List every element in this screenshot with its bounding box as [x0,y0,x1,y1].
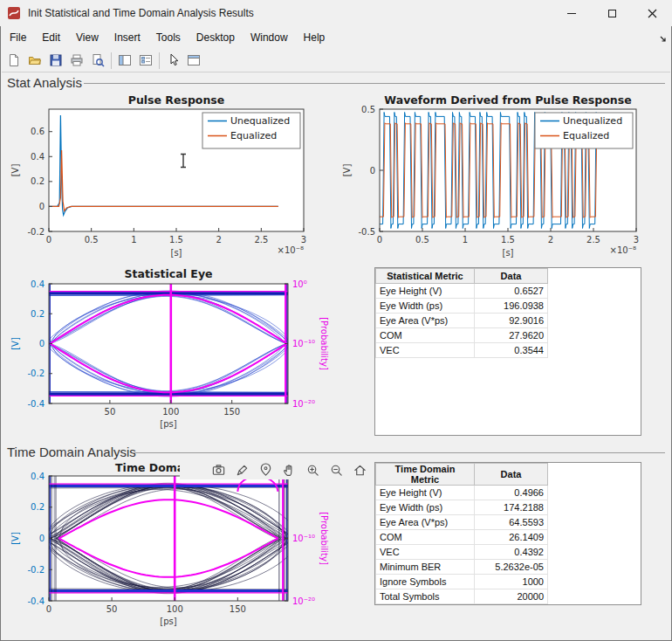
new-figure-icon[interactable] [3,51,24,71]
td-table-row: Eye Area (V*ps)64.5593 [376,515,548,530]
svg-text:-0.2: -0.2 [27,227,45,237]
svg-text:[V]: [V] [10,337,20,350]
statistical-eye-plot: 50100150-0.4-0.200.20.410⁰10⁻¹⁰10⁻²⁰[ps]… [7,262,332,445]
svg-text:150: 150 [223,407,240,417]
svg-text:0: 0 [39,339,45,348]
svg-text:Equalized: Equalized [563,130,609,141]
property-editor-icon[interactable] [183,51,204,71]
stat-table-value-cell[interactable]: 0.3544 [475,343,548,358]
waveform-plot: 00.511.522.53-0.500.5×10⁻⁸[s][V]Unequali… [339,90,663,269]
td-table-metric-cell[interactable]: Eye Width (ps) [376,500,475,515]
open-file-icon[interactable] [24,51,45,71]
svg-text:10⁻²⁰: 10⁻²⁰ [292,399,315,409]
menu-item-window[interactable]: Window [243,27,296,48]
stat-table-value-cell[interactable]: 196.0938 [475,299,548,314]
svg-text:[V]: [V] [10,532,20,545]
stat-table-metric-cell[interactable]: VEC [376,343,475,358]
td-table-value-cell[interactable]: 1000 [475,575,548,589]
maximize-button[interactable] [592,0,632,26]
menu-item-edit[interactable]: Edit [34,27,68,48]
svg-text:[ps]: [ps] [160,617,176,626]
svg-text:1: 1 [463,235,468,245]
svg-text:10⁰: 10⁰ [292,279,307,289]
maximize-icon [608,10,616,17]
pan-icon[interactable] [278,461,299,479]
td-table-row: Eye Height (V)0.4966 [376,486,548,500]
datatips-icon[interactable] [255,461,276,479]
time-domain-metrics-table: Time Domain MetricDataEye Height (V)0.49… [374,462,641,605]
svg-text:[Probability]: [Probability] [319,317,329,370]
td-table-value-cell[interactable]: 0.4966 [475,486,548,500]
stat-table-metric-cell[interactable]: Eye Area (V*ps) [376,314,475,328]
statistical-eye-title: Statistical Eye [49,267,288,280]
td-table-metric-cell[interactable]: Eye Area (V*ps) [376,515,475,530]
menubar: FileEditViewInsertToolsDesktopWindowHelp [2,26,333,49]
minimize-button[interactable] [552,0,592,26]
stat-table-value-cell[interactable]: 27.9620 [475,328,548,343]
menu-item-tools[interactable]: Tools [148,27,189,48]
toolbar-separator [159,52,160,69]
svg-text:[s]: [s] [170,248,182,258]
export-icon[interactable] [208,461,229,479]
restore-view-icon[interactable] [349,461,370,479]
save-figure-icon[interactable] [45,51,66,71]
td-table-row: VEC0.4392 [376,545,548,560]
pulse-response-title: Pulse Response [49,93,304,107]
edit-plot-icon[interactable] [162,51,183,71]
print-figure-icon[interactable] [66,51,87,71]
svg-text:1: 1 [131,235,136,245]
menu-item-help[interactable]: Help [296,27,333,48]
td-table-row: Eye Width (ps)174.2188 [376,500,548,515]
zoom-out-icon[interactable] [326,461,346,479]
close-button[interactable] [632,0,672,26]
dock-arrow-icon[interactable] [659,35,668,44]
svg-text:0.6: 0.6 [31,127,45,136]
td-table-value-cell[interactable]: 26.1409 [475,530,548,545]
stat-table-header-metric: Statistical Metric [376,269,475,284]
section-stat-analysis-label: Stat Analysis [7,75,82,90]
td-table-value-cell[interactable]: 5.2632e-05 [475,560,548,575]
menu-item-file[interactable]: File [2,27,34,48]
plot-browser-icon[interactable] [135,51,156,71]
stat-table-metric-cell[interactable]: Eye Width (ps) [376,299,475,314]
window-title: Init Statistical and Time Domain Analysi… [28,7,254,19]
brush-icon[interactable] [231,461,252,479]
svg-text:50: 50 [106,604,118,614]
td-table-value-cell[interactable]: 64.5593 [475,515,548,530]
stat-table-row: Eye Height (V)0.6527 [376,284,548,299]
svg-text:1.5: 1.5 [169,235,183,245]
td-table-metric-cell[interactable]: VEC [376,545,475,560]
menu-item-insert[interactable]: Insert [106,27,148,48]
svg-text:0.2: 0.2 [31,176,45,186]
svg-text:×10⁻⁸: ×10⁻⁸ [610,245,636,255]
td-table-metric-cell[interactable]: Ignore Symbols [376,575,475,589]
print-preview-icon[interactable] [87,51,108,71]
menu-item-desktop[interactable]: Desktop [189,27,243,48]
stat-table-value-cell[interactable]: 92.9016 [475,314,548,328]
svg-text:10⁻²⁰: 10⁻²⁰ [292,596,315,606]
td-table-header-metric: Time Domain Metric [376,464,475,486]
stat-table-metric-cell[interactable]: Eye Height (V) [376,284,475,299]
figure-palette-icon[interactable] [114,51,135,71]
stat-table-metric-cell[interactable]: COM [376,328,475,343]
statistical-metrics-grid: Statistical MetricDataEye Height (V)0.65… [375,268,548,358]
td-table-value-cell[interactable]: 0.4392 [475,545,548,560]
td-table-metric-cell[interactable]: Eye Height (V) [376,486,475,500]
svg-text:0: 0 [370,166,375,176]
zoom-in-icon[interactable] [302,461,323,479]
titlebar: Init Statistical and Time Domain Analysi… [0,0,672,26]
plot-area [49,476,288,601]
td-table-metric-cell[interactable]: COM [376,530,475,545]
td-table-value-cell[interactable]: 174.2188 [475,500,548,515]
menu-item-view[interactable]: View [68,27,106,48]
td-table-value-cell[interactable]: 20000 [475,589,548,604]
svg-text:0.2: 0.2 [31,502,45,512]
svg-text:-0.5: -0.5 [358,227,375,237]
plot-area [49,284,288,403]
stat-table-value-cell[interactable]: 0.6527 [475,284,548,299]
td-table-metric-cell[interactable]: Minimum BER [376,560,475,575]
td-table-header-data: Data [475,464,548,486]
stat-table-row: Eye Width (ps)196.0938 [376,299,548,314]
svg-text:2.5: 2.5 [586,235,600,245]
td-table-metric-cell[interactable]: Total Symbols [376,589,475,604]
